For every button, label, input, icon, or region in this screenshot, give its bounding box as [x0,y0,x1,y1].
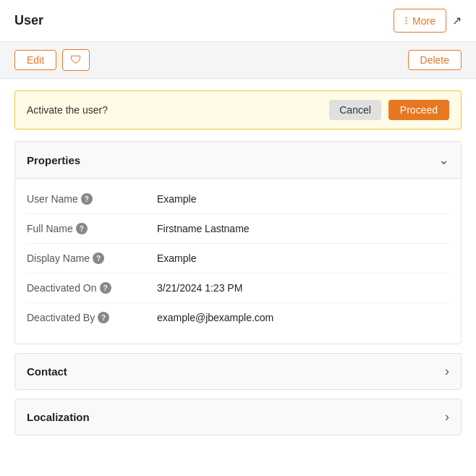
help-icon[interactable]: ? [76,223,88,234]
property-value: example@jbexample.com [157,312,449,323]
help-icon[interactable]: ? [93,252,104,264]
property-value: Example [157,252,449,264]
activation-banner: Activate the user? Cancel Proceed [14,90,462,129]
property-label: Deactivated By? [27,312,157,323]
localization-section-title: Localization [27,411,90,423]
property-row: Full Name?Firstname Lastname [27,214,449,244]
contact-section-header[interactable]: Contact › [14,353,462,390]
proceed-button[interactable]: Proceed [388,100,449,120]
property-value: Example [157,193,449,205]
localization-section: Localization › [14,399,462,435]
properties-chevron-down-icon: ⌄ [438,152,449,168]
property-row: Deactivated By?example@jbexample.com [27,303,449,332]
localization-chevron-right-icon: › [445,409,449,425]
properties-section-title: Properties [27,154,80,166]
properties-section-header[interactable]: Properties ⌄ [15,142,461,179]
page-header: User ⁝ More ↗ [0,0,476,42]
property-value: Firstname Lastname [157,223,449,234]
help-icon[interactable]: ? [100,282,111,294]
localization-section-header[interactable]: Localization › [14,399,462,435]
more-button[interactable]: ⁝ More [394,9,446,33]
more-label: More [412,15,435,27]
toolbar: Edit 🛡 Delete [0,42,476,79]
property-label: Display Name? [27,252,157,264]
shield-button[interactable]: 🛡 [62,49,90,71]
contact-section: Contact › [14,353,462,390]
page-title: User [14,13,43,28]
property-label: Full Name? [27,223,157,234]
contact-section-title: Contact [27,365,67,378]
property-row: User Name?Example [27,184,449,214]
property-row: Deactivated On?3/21/2024 1:23 PM [27,273,449,303]
dots-icon: ⁝ [404,14,409,27]
property-label-text: Full Name [27,223,73,234]
external-link-icon[interactable]: ↗ [452,14,462,27]
cancel-button[interactable]: Cancel [329,100,381,120]
help-icon[interactable]: ? [81,193,93,205]
property-label-text: Deactivated By [27,312,95,323]
property-label-text: Display Name [27,252,90,264]
properties-body: User Name?ExampleFull Name?Firstname Las… [15,179,461,344]
help-icon[interactable]: ? [98,312,109,323]
property-label-text: User Name [27,193,78,205]
toolbar-left: Edit 🛡 [14,49,90,71]
property-label-text: Deactivated On [27,282,97,294]
delete-button[interactable]: Delete [408,50,462,70]
header-actions: ⁝ More ↗ [394,9,462,33]
property-label: User Name? [27,193,157,205]
property-row: Display Name?Example [27,244,449,273]
property-value: 3/21/2024 1:23 PM [157,282,449,294]
contact-chevron-right-icon: › [445,364,449,379]
edit-button[interactable]: Edit [14,50,56,70]
shield-icon: 🛡 [70,54,82,67]
property-label: Deactivated On? [27,282,157,294]
properties-section: Properties ⌄ User Name?ExampleFull Name?… [14,141,462,344]
activation-text: Activate the user? [27,104,322,116]
